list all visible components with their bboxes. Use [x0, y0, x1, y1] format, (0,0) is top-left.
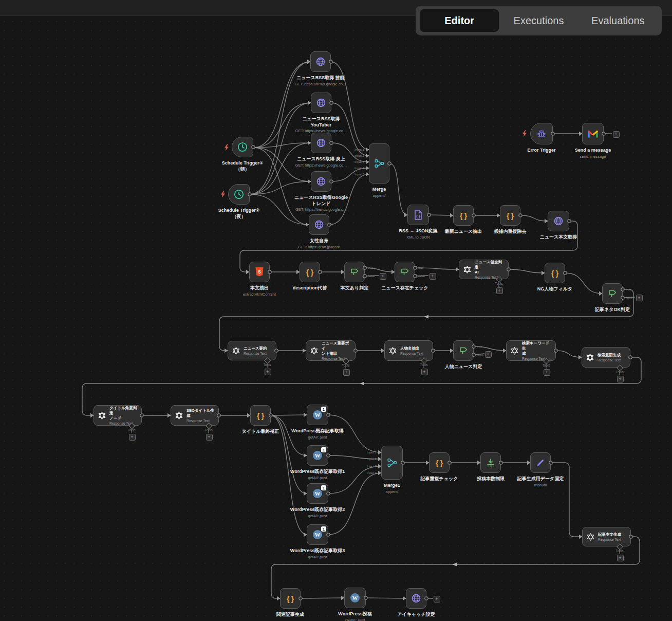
- openai-icon: [310, 346, 319, 355]
- node-wp-get-2[interactable]: W1: [307, 483, 328, 504]
- node-send-a-message[interactable]: [582, 123, 604, 144]
- node-news-body-fetch[interactable]: [548, 211, 569, 231]
- add-node-button[interactable]: +: [434, 596, 440, 602]
- node-latest-news-extract[interactable]: { }: [453, 205, 474, 226]
- node-sublabel: extractHtmlContent: [213, 292, 306, 297]
- edge: [415, 268, 459, 269]
- node-label-news-exists-check: ニュース存在チェック: [359, 285, 451, 291]
- node-eyecatch-set[interactable]: [406, 588, 426, 609]
- edge: [509, 269, 545, 273]
- node-josei-jishin[interactable]: [309, 214, 329, 235]
- edge: [623, 297, 635, 298]
- node-gen-data-fix[interactable]: [530, 452, 551, 473]
- node-news-summary[interactable]: ニュース要約Response Text: [228, 341, 276, 360]
- svg-text:5: 5: [258, 269, 260, 275]
- node-dedupe-candidates[interactable]: { }: [500, 205, 520, 226]
- node-merge[interactable]: [369, 143, 389, 184]
- node-rss-google-trend[interactable]: [311, 171, 331, 192]
- node-person-news-check[interactable]: [453, 340, 474, 361]
- node-title: ニュース重要ポイ ント抽出: [322, 341, 351, 356]
- node-news-soundness-ai[interactable]: ニュース健全判定 AIResponse Text: [459, 260, 509, 279]
- add-tool-button[interactable]: +: [129, 434, 136, 441]
- openai-icon: [388, 346, 397, 355]
- node-related-articles-gen[interactable]: { }: [280, 588, 301, 609]
- node-description-fallback[interactable]: { }: [300, 262, 320, 282]
- edge: [365, 268, 395, 272]
- node-label-send-a-message: Send a messagesend: message: [547, 148, 639, 159]
- node-title: SEOタイトル生成: [186, 408, 215, 418]
- add-tool-button[interactable]: +: [343, 369, 350, 376]
- openai-icon: [463, 265, 472, 274]
- add-tool-button[interactable]: +: [617, 376, 624, 382]
- add-node-button[interactable]: +: [636, 295, 643, 301]
- tools-port-label: Tools: [342, 363, 349, 367]
- add-tool-button[interactable]: +: [544, 369, 550, 376]
- tab-editor[interactable]: Editor: [420, 9, 499, 32]
- add-tool-button[interactable]: +: [421, 369, 428, 375]
- node-subtitle: Response Text: [244, 352, 267, 355]
- node-post-count-limit[interactable]: [480, 452, 501, 473]
- edge: [301, 598, 344, 598]
- tools-port-label: Tools: [542, 363, 550, 367]
- add-node-button[interactable]: +: [430, 273, 436, 280]
- lightning-icon: [522, 130, 527, 139]
- node-sublabel: GET: https://news.google.co…: [275, 163, 367, 168]
- node-sublabel: XML to JSON: [372, 235, 464, 240]
- node-wp-post[interactable]: W: [344, 588, 366, 608]
- node-schedule-trigger-2[interactable]: [228, 184, 250, 205]
- globe-icon: [313, 219, 325, 230]
- svg-text:W: W: [315, 532, 321, 538]
- node-article-dup-check[interactable]: { }: [429, 452, 450, 473]
- add-node-button[interactable]: +: [613, 131, 620, 138]
- node-merge1[interactable]: [381, 446, 403, 480]
- node-rss-geino[interactable]: [310, 51, 331, 72]
- filecode-icon: { }: [413, 209, 423, 221]
- add-tool-button[interactable]: +: [206, 434, 213, 441]
- node-subtitle: Response Text: [400, 352, 423, 355]
- tab-evaluations[interactable]: Evaluations: [578, 9, 658, 32]
- node-wp-get-1[interactable]: W1: [307, 445, 328, 466]
- node-rss-enjo[interactable]: [311, 133, 331, 153]
- node-news-exists-check[interactable]: [395, 262, 415, 282]
- openai-icon: [510, 346, 519, 355]
- node-rss-to-json[interactable]: { }: [407, 205, 429, 225]
- node-seo-title-gen[interactable]: SEOタイトル生成Response Text: [171, 405, 219, 426]
- node-rss-youtuber[interactable]: [311, 93, 331, 113]
- node-body-check[interactable]: [344, 262, 365, 282]
- node-wp-get-0[interactable]: W1: [307, 405, 328, 425]
- node-subtitle: Response Text: [186, 419, 215, 423]
- node-schedule-trigger-1[interactable]: [232, 137, 253, 157]
- node-search-keywords-gen[interactable]: 検索キーワード生 成Response Text: [506, 340, 556, 361]
- openai-icon: [175, 411, 183, 420]
- edge: [328, 455, 381, 459]
- node-sublabel: GET: https://news.google.co…: [274, 82, 367, 87]
- node-label-wp-get-2: WordPress既存記事取得2getAll: post: [271, 507, 364, 518]
- bug-icon: [536, 129, 547, 139]
- braces-icon: { }: [436, 459, 443, 467]
- node-title-angle-check[interactable]: タイトル角度判定 ノードResponse Text: [94, 405, 142, 426]
- if-icon: [349, 267, 360, 277]
- add-node-button[interactable]: +: [380, 273, 386, 280]
- svg-text:W: W: [315, 452, 321, 459]
- node-error-trigger[interactable]: [530, 123, 553, 144]
- node-body-extract[interactable]: 5: [249, 262, 270, 282]
- node-subtitle: Response Text: [598, 538, 621, 541]
- svg-text:W: W: [352, 595, 358, 601]
- node-label-rss-enjo: ニュースRSS取得 炎上GET: https://news.google.co…: [275, 156, 367, 168]
- node-person-name-extract[interactable]: 人物名抽出Response Text: [384, 340, 433, 361]
- add-tool-button[interactable]: +: [617, 555, 624, 561]
- node-news-keypoints[interactable]: ニュース重要ポイ ント抽出Response Text: [306, 340, 356, 361]
- tab-executions[interactable]: Executions: [499, 9, 578, 32]
- node-wp-get-3[interactable]: W1: [307, 524, 328, 545]
- lightning-icon: [220, 191, 226, 200]
- node-ng-person-filter[interactable]: { }: [545, 263, 565, 283]
- node-title-final-fix[interactable]: { }: [250, 405, 271, 426]
- edge-arrow-icon: [424, 315, 429, 319]
- workflow-canvas[interactable]: Schedule Trigger① （朝）Schedule Trigger② （…: [0, 0, 672, 621]
- node-search-intent-gen[interactable]: 検索意図生成Response Text: [582, 347, 630, 368]
- node-article-body-gen[interactable]: 記事本文生成Response Text: [582, 527, 631, 546]
- add-tool-button[interactable]: +: [496, 287, 503, 294]
- add-tool-button[interactable]: +: [265, 369, 271, 375]
- node-article-ok-check[interactable]: [602, 283, 623, 304]
- add-node-button[interactable]: +: [485, 351, 492, 358]
